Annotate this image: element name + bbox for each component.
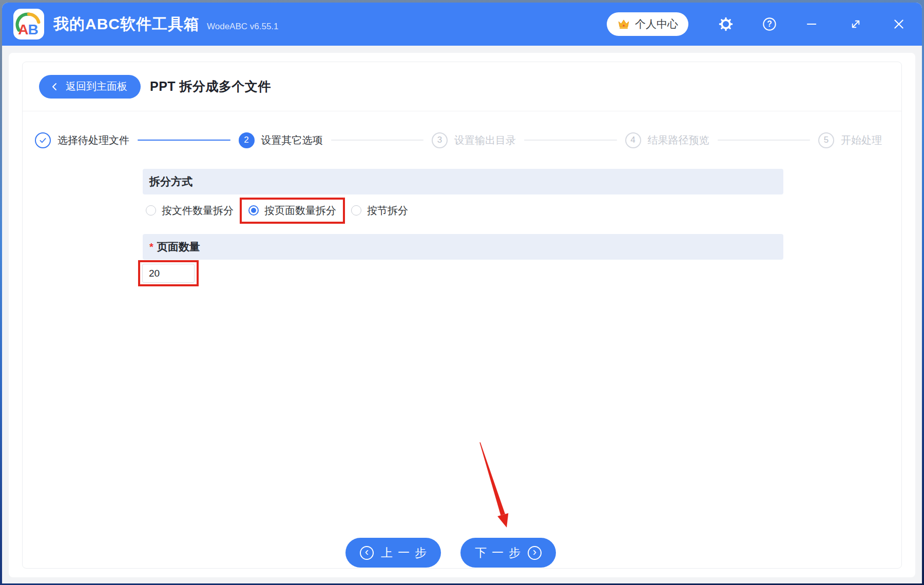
prev-button-label: 上一步 bbox=[381, 545, 432, 561]
step-label: 设置其它选项 bbox=[261, 133, 323, 147]
annotation-box-input bbox=[138, 260, 199, 286]
step-options: 2 设置其它选项 bbox=[239, 132, 323, 148]
step-output-dir: 3 设置输出目录 bbox=[432, 132, 516, 148]
page-count-title: 页面数量 bbox=[157, 240, 200, 254]
svg-text:B: B bbox=[28, 22, 38, 37]
step-done-circle bbox=[35, 132, 51, 148]
step-number: 3 bbox=[432, 132, 448, 148]
step-connector bbox=[331, 140, 424, 141]
radio-circle-icon[interactable] bbox=[351, 205, 361, 216]
help-icon: ? bbox=[762, 17, 777, 31]
user-center-button[interactable]: 个人中心 bbox=[607, 12, 688, 36]
app-logo-icon: A B bbox=[13, 9, 44, 40]
step-label: 选择待处理文件 bbox=[57, 133, 129, 147]
settings-button[interactable] bbox=[718, 16, 734, 32]
next-step-button[interactable]: 下一步 › bbox=[460, 538, 556, 568]
close-icon bbox=[892, 17, 906, 31]
page-title: PPT 拆分成多个文件 bbox=[150, 78, 271, 95]
radio-split-by-section[interactable]: 按节拆分 bbox=[351, 204, 408, 218]
radio-split-by-file-count[interactable]: 按文件数量拆分 bbox=[146, 204, 234, 218]
minimize-icon bbox=[805, 17, 818, 31]
circle-chevron-left-icon: ‹ bbox=[360, 546, 374, 560]
step-number: 4 bbox=[625, 132, 641, 148]
help-button[interactable]: ? bbox=[762, 16, 777, 32]
app-window: A B 我的ABC软件工具箱 WodeABC v6.55.1 个人中心 bbox=[2, 3, 922, 583]
circle-chevron-right-icon: › bbox=[528, 546, 542, 560]
crown-icon bbox=[617, 17, 630, 31]
split-mode-section-header: 拆分方式 bbox=[143, 169, 783, 194]
titlebar: A B 我的ABC软件工具箱 WodeABC v6.55.1 个人中心 bbox=[2, 3, 922, 46]
step-path-preview: 4 结果路径预览 bbox=[625, 132, 709, 148]
close-button[interactable] bbox=[891, 16, 907, 32]
content-card: 返回到主面板 PPT 拆分成多个文件 选择待处理文件 2 设置其它选项 bbox=[22, 62, 902, 569]
step-number: 2 bbox=[239, 132, 255, 148]
step-label: 设置输出目录 bbox=[454, 133, 516, 147]
step-start-process: 5 开始处理 bbox=[818, 132, 882, 148]
page-panel: 返回到主面板 PPT 拆分成多个文件 选择待处理文件 2 设置其它选项 bbox=[9, 53, 915, 577]
footer-buttons: ‹ 上一步 下一步 › bbox=[11, 538, 890, 568]
radio-label: 按文件数量拆分 bbox=[162, 204, 234, 218]
step-select-files: 选择待处理文件 bbox=[35, 132, 129, 148]
prev-step-button[interactable]: ‹ 上一步 bbox=[345, 538, 441, 568]
chevron-left-icon bbox=[50, 82, 60, 91]
step-label: 结果路径预览 bbox=[648, 133, 709, 147]
step-label: 开始处理 bbox=[841, 133, 882, 147]
page-count-input[interactable] bbox=[142, 264, 195, 283]
next-button-label: 下一步 bbox=[475, 545, 526, 561]
page-count-section-header: * 页面数量 bbox=[143, 234, 783, 260]
svg-text:A: A bbox=[18, 22, 28, 37]
minimize-button[interactable] bbox=[804, 16, 819, 32]
step-connector bbox=[138, 140, 230, 141]
radio-selected-icon[interactable] bbox=[248, 205, 259, 216]
back-to-main-button[interactable]: 返回到主面板 bbox=[39, 75, 141, 99]
back-button-label: 返回到主面板 bbox=[66, 80, 127, 93]
radio-label: 按页面数量拆分 bbox=[264, 204, 336, 218]
user-center-label: 个人中心 bbox=[635, 17, 678, 31]
maximize-icon bbox=[849, 17, 862, 31]
step-number: 5 bbox=[818, 132, 834, 148]
maximize-button[interactable] bbox=[848, 16, 863, 32]
svg-text:?: ? bbox=[767, 20, 772, 28]
app-title: 我的ABC软件工具箱 bbox=[53, 14, 200, 35]
split-mode-options: 按文件数量拆分 按页面数量拆分 按节拆分 bbox=[143, 194, 783, 226]
card-header: 返回到主面板 PPT 拆分成多个文件 bbox=[23, 62, 901, 111]
gear-icon bbox=[719, 17, 733, 31]
radio-circle-icon[interactable] bbox=[146, 205, 156, 216]
app-version: WodeABC v6.55.1 bbox=[207, 22, 279, 32]
radio-split-by-page-count[interactable]: 按页面数量拆分 bbox=[248, 204, 336, 218]
step-connector bbox=[524, 140, 617, 141]
step-connector bbox=[718, 140, 811, 141]
split-mode-title: 拆分方式 bbox=[149, 174, 192, 189]
required-asterisk: * bbox=[149, 241, 153, 253]
check-icon bbox=[38, 135, 48, 145]
annotation-box-radio: 按页面数量拆分 bbox=[240, 198, 345, 224]
options-form: 拆分方式 按文件数量拆分 按页面数量拆分 按 bbox=[143, 169, 783, 286]
stepper: 选择待处理文件 2 设置其它选项 3 设置输出目录 4 结果路径预览 bbox=[23, 111, 901, 169]
annotation-arrow bbox=[475, 440, 513, 534]
radio-label: 按节拆分 bbox=[367, 204, 408, 218]
